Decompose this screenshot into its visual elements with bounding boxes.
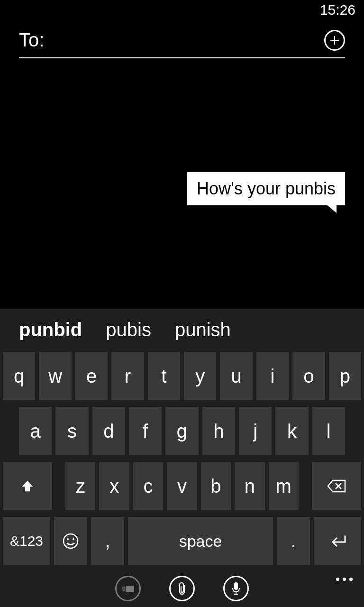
bubble-tail <box>326 204 337 213</box>
suggestion-1[interactable]: punbid <box>19 319 82 340</box>
key-t[interactable]: t <box>148 352 180 400</box>
message-text: How's your punbis <box>197 179 336 198</box>
key-comma[interactable]: , <box>91 517 124 565</box>
svg-rect-3 <box>126 586 134 592</box>
key-o[interactable]: o <box>292 352 325 400</box>
key-emoji[interactable] <box>54 517 87 565</box>
key-v[interactable]: v <box>167 462 197 510</box>
to-field-row: To: <box>19 29 345 58</box>
backspace-icon <box>327 479 346 493</box>
key-u[interactable]: u <box>220 352 252 400</box>
outgoing-message: How's your punbis <box>187 172 345 205</box>
voice-button[interactable] <box>223 576 249 601</box>
key-shift[interactable] <box>3 462 52 510</box>
key-x[interactable]: x <box>99 462 129 510</box>
svg-point-1 <box>67 538 69 540</box>
key-d[interactable]: d <box>92 407 125 455</box>
clock: 15:26 <box>320 2 355 18</box>
key-j[interactable]: j <box>239 407 272 455</box>
key-space[interactable]: space <box>128 517 273 565</box>
key-f[interactable]: f <box>129 407 162 455</box>
key-e[interactable]: e <box>75 352 108 400</box>
more-button[interactable] <box>336 578 353 581</box>
suggestion-2[interactable]: pubis <box>106 319 151 340</box>
add-contact-button[interactable] <box>324 30 345 51</box>
to-input[interactable] <box>54 29 324 51</box>
key-q[interactable]: q <box>3 352 35 400</box>
dot-icon <box>343 578 346 581</box>
svg-rect-4 <box>234 582 238 590</box>
key-m[interactable]: m <box>269 462 299 510</box>
suggestion-3[interactable]: punish <box>175 319 231 340</box>
key-h[interactable]: h <box>202 407 235 455</box>
key-b[interactable]: b <box>201 462 231 510</box>
key-a[interactable]: a <box>19 407 52 455</box>
dot-icon <box>349 578 353 581</box>
shift-icon <box>20 479 35 493</box>
attach-button[interactable] <box>169 576 195 601</box>
suggestion-bar: punbid pubis punish <box>0 309 364 352</box>
send-button[interactable] <box>115 576 141 601</box>
svg-point-0 <box>64 534 78 548</box>
key-g[interactable]: g <box>165 407 198 455</box>
paperclip-icon <box>177 581 187 596</box>
key-row-3: z x c v b n m <box>0 462 364 510</box>
key-n[interactable]: n <box>235 462 264 510</box>
app-bar <box>0 570 364 607</box>
message-bubble[interactable]: How's your punbis <box>187 172 345 205</box>
plus-icon <box>329 35 340 46</box>
key-l[interactable]: l <box>312 407 345 455</box>
keyboard: punbid pubis punish q w e r t y u i o p … <box>0 309 364 570</box>
key-backspace[interactable] <box>312 462 361 510</box>
key-z[interactable]: z <box>65 462 95 510</box>
key-row-2: a s d f g h j k l <box>0 407 364 455</box>
smiley-icon <box>62 533 79 550</box>
key-symbols[interactable]: &123 <box>3 517 50 565</box>
key-r[interactable]: r <box>111 352 144 400</box>
key-k[interactable]: k <box>275 407 308 455</box>
status-bar: 15:26 <box>0 0 364 20</box>
key-period[interactable]: . <box>277 517 310 565</box>
key-w[interactable]: w <box>39 352 71 400</box>
key-y[interactable]: y <box>184 352 216 400</box>
to-label: To: <box>19 29 44 51</box>
key-i[interactable]: i <box>256 352 289 400</box>
microphone-icon <box>231 581 241 596</box>
key-p[interactable]: p <box>329 352 361 400</box>
key-s[interactable]: s <box>55 407 88 455</box>
key-row-4: &123 , space . <box>0 517 364 565</box>
key-row-1: q w e r t y u i o p <box>0 352 364 400</box>
send-icon <box>121 583 135 594</box>
conversation-area: How's your punbis <box>0 71 364 215</box>
key-enter[interactable] <box>314 517 361 565</box>
dot-icon <box>336 578 339 581</box>
enter-icon <box>328 534 347 548</box>
key-c[interactable]: c <box>133 462 163 510</box>
screen: 15:26 To: How's your punbis punbid pubis… <box>0 0 364 607</box>
svg-point-2 <box>73 538 74 540</box>
